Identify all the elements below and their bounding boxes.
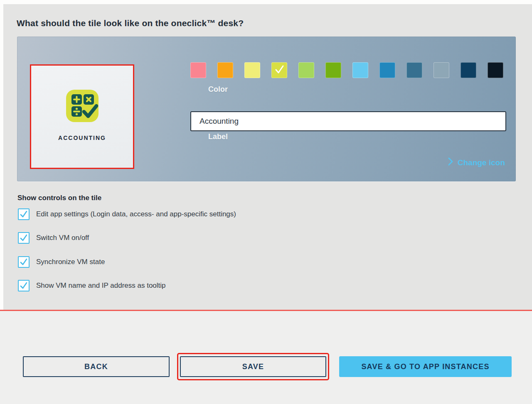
checkmark-icon [19,210,28,219]
control-row-switch-vm: Switch VM on/off [18,232,89,244]
color-swatch-dark-navy[interactable] [461,62,476,78]
save-button-highlight: SAVE [177,353,329,380]
color-swatch-row [190,62,503,78]
change-icon-label: Change icon [458,158,505,167]
label-field-label: Label [208,132,228,141]
color-swatch-steel-blue[interactable] [406,62,422,78]
control-label: Edit app settings (Login data, access- a… [36,210,236,218]
calculator-icon [66,90,99,124]
tile-preview: ACCOUNTING [30,64,134,169]
color-swatch-green[interactable] [325,62,341,78]
tile-label: ACCOUNTING [58,135,106,141]
save-and-go-button[interactable]: SAVE & GO TO APP INSTANCES [339,356,512,377]
control-label: Switch VM on/off [36,234,89,242]
edit-app-settings-checkbox[interactable] [18,208,30,220]
color-label: Color [208,85,228,94]
save-button[interactable]: SAVE [180,356,326,377]
color-swatch-blue[interactable] [379,62,395,78]
color-swatch-yellow-green-selected[interactable] [271,62,287,78]
color-swatch-orange[interactable] [217,62,233,78]
vm-tooltip-checkbox[interactable] [18,280,30,291]
control-label: Show VM name and IP address as tooltip [36,282,166,290]
color-swatch-sky-blue[interactable] [352,62,368,78]
color-swatch-pink[interactable] [190,62,206,78]
switch-vm-checkbox[interactable] [18,232,30,244]
color-swatch-gray-blue[interactable] [433,62,449,78]
sync-vm-checkbox[interactable] [18,256,30,268]
control-row-vm-tooltip: Show VM name and IP address as tooltip [18,280,166,291]
change-icon-link[interactable]: Change icon [448,157,505,168]
chevron-right-icon [448,157,453,168]
color-swatch-black-navy[interactable] [488,62,503,78]
back-button[interactable]: BACK [23,356,170,377]
color-swatch-pale-yellow[interactable] [244,62,260,78]
checkmark-icon [19,233,28,242]
control-row-edit-app-settings: Edit app settings (Login data, access- a… [18,208,236,220]
color-swatch-light-green[interactable] [298,62,314,78]
checkmark-icon [19,281,28,290]
tile-label-input[interactable] [190,111,506,131]
control-row-sync-vm: Synchronize VM state [18,256,105,268]
controls-section-title: Show controls on the tile [17,194,101,202]
checkmark-icon [19,257,28,267]
page-title: What should the tile look like on the on… [17,18,244,28]
selected-check-icon [273,64,285,77]
control-label: Synchronize VM state [36,258,105,266]
